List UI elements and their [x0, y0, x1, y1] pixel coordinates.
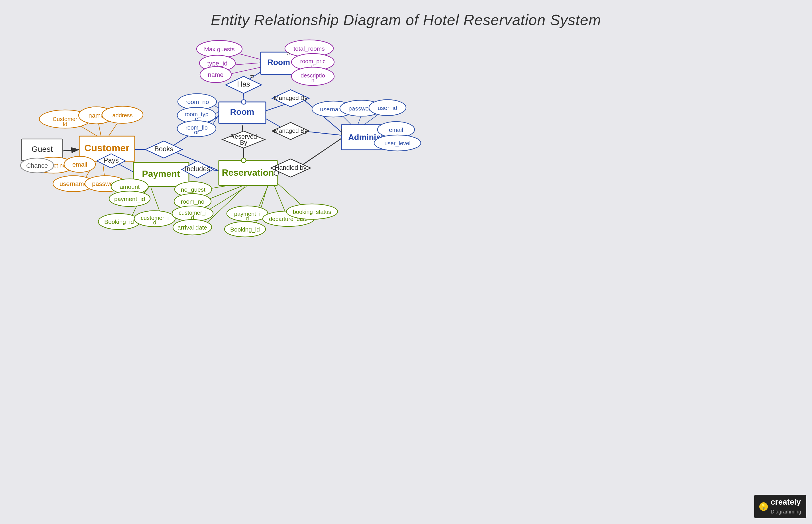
- svg-text:no_guest: no_guest: [181, 186, 206, 193]
- svg-line-28: [98, 122, 101, 137]
- svg-point-165: [241, 158, 246, 163]
- svg-line-8: [118, 164, 134, 172]
- svg-text:type_id: type_id: [207, 60, 228, 67]
- svg-text:or: or: [194, 129, 199, 135]
- svg-line-25: [233, 63, 262, 65]
- svg-text:room_no: room_no: [181, 198, 205, 205]
- bulb-icon: 💡: [759, 502, 768, 511]
- svg-text:total_rooms: total_rooms: [293, 45, 325, 52]
- svg-text:Managed By: Managed By: [274, 95, 307, 101]
- svg-text:room_no: room_no: [185, 99, 209, 105]
- svg-point-163: [241, 100, 246, 104]
- svg-text:Books: Books: [155, 145, 174, 153]
- svg-text:○: ○: [286, 50, 290, 57]
- svg-text:amount: amount: [120, 183, 140, 190]
- svg-text:Max guests: Max guests: [204, 46, 234, 52]
- svg-text:Guest: Guest: [32, 145, 53, 153]
- svg-text:Chance: Chance: [26, 162, 48, 169]
- svg-text:user_id: user_id: [378, 104, 397, 111]
- svg-point-167: [274, 171, 279, 176]
- svg-text:Reservation: Reservation: [222, 167, 274, 178]
- svg-text:user_level: user_level: [384, 140, 410, 147]
- svg-line-29: [108, 122, 118, 137]
- svg-line-16: [302, 138, 342, 165]
- svg-text:By: By: [240, 139, 247, 146]
- svg-text:Id: Id: [63, 121, 67, 127]
- svg-text:booking_status: booking_status: [293, 209, 331, 215]
- svg-text:Booking_id: Booking_id: [230, 226, 260, 233]
- svg-line-43: [205, 184, 248, 201]
- svg-text:Customer: Customer: [84, 142, 130, 153]
- svg-text:Handled by: Handled by: [275, 164, 306, 171]
- svg-line-2: [63, 149, 80, 151]
- svg-text:Includes: Includes: [185, 165, 210, 173]
- svg-text:Pays: Pays: [103, 156, 118, 164]
- svg-text:Managed By: Managed By: [274, 127, 307, 134]
- svg-text:Payment: Payment: [142, 168, 180, 179]
- creately-badge: 💡 creately Diagramming: [754, 495, 806, 518]
- svg-text:Has: Has: [237, 80, 250, 88]
- svg-text:address: address: [112, 112, 132, 118]
- svg-text:|: |: [340, 128, 342, 135]
- svg-text:≠: ≠: [250, 72, 254, 80]
- svg-text:○: ○: [265, 109, 269, 116]
- svg-text:username: username: [60, 180, 87, 187]
- svg-text:email: email: [389, 127, 403, 133]
- svg-text:name: name: [208, 71, 223, 78]
- svg-line-26: [232, 67, 262, 73]
- svg-text:Booking_id: Booking_id: [104, 218, 134, 225]
- svg-line-24: [235, 53, 262, 60]
- diagram-svg: Guest Customer Payment Reservation Room …: [0, 0, 812, 524]
- svg-text:Room: Room: [230, 107, 255, 116]
- svg-text:n: n: [311, 77, 314, 83]
- svg-text:d: d: [246, 215, 249, 222]
- svg-text:payment_id: payment_id: [114, 196, 145, 202]
- creately-label: creately Diagramming: [771, 497, 801, 515]
- svg-text:email: email: [72, 161, 87, 168]
- svg-text:d: d: [153, 219, 156, 226]
- svg-text:arrival date: arrival date: [178, 224, 207, 231]
